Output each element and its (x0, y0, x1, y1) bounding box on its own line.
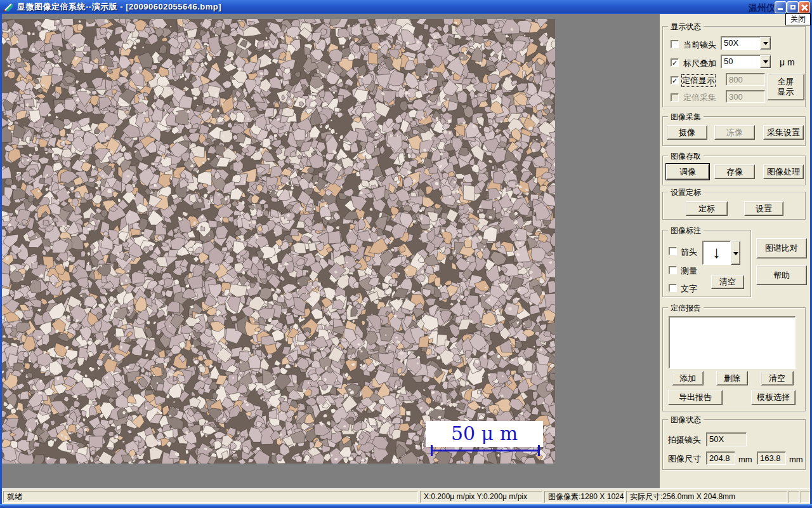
image-storage-title: 图像存取 (668, 151, 704, 162)
scale-display-checkbox[interactable]: ✓ (671, 76, 679, 84)
control-panel: 显示状态 当前镜头 50X ✓ 标尺叠加 50 μ m ✓ 定倍显示 800 定… (660, 14, 810, 488)
status-empty-panel (789, 491, 799, 503)
atlas-compare-button[interactable]: 图谱比对 (756, 238, 807, 258)
status-ready: 就绪 (3, 491, 418, 503)
current-lens-checkbox[interactable] (671, 40, 679, 48)
ruler-overlay-checkbox[interactable]: ✓ (671, 58, 679, 67)
window-title: 显微图像定倍系统--演示版 - [20090602055646.bmp] (17, 1, 221, 13)
current-lens-label: 当前镜头 (683, 39, 716, 51)
calibrate-button[interactable]: 定标 (686, 201, 728, 216)
image-height-value: 163.8 (757, 451, 786, 465)
microscopy-image[interactable] (2, 19, 555, 464)
help-button[interactable]: 帮助 (756, 265, 807, 285)
restore-icon (790, 5, 796, 10)
template-select-button[interactable]: 模板选择 (751, 390, 796, 405)
ruler-value: 50 (721, 55, 760, 68)
app-brush-icon (3, 2, 13, 12)
ruler-value-combo[interactable]: 50 (721, 55, 771, 69)
report-clear-button[interactable]: 清空 (761, 371, 794, 385)
status-pixels: 图像像素:1280 X 1024 (544, 491, 625, 503)
close-button[interactable] (798, 1, 810, 13)
report-listbox[interactable] (669, 316, 796, 369)
image-status-group: 图像状态 拍摄镜头 50X 图像尺寸 204.8 mm 163.8 mm (662, 419, 806, 470)
load-image-button[interactable]: 调像 (666, 164, 709, 180)
save-image-button[interactable]: 存像 (714, 164, 755, 179)
fullscreen-label-line1: 全屏 (778, 77, 794, 87)
current-lens-combo[interactable]: 50X (721, 36, 771, 50)
image-size-label: 图像尺寸 (668, 453, 701, 465)
report-title: 定倍报告 (668, 303, 704, 314)
setup-button[interactable]: 设置 (744, 201, 783, 216)
image-height-unit: mm (789, 455, 803, 464)
calibration-group: 设置定标 定标 设置 (662, 192, 806, 220)
annotation-clear-button[interactable]: 清空 (711, 275, 744, 289)
annotation-title: 图像标注 (668, 225, 704, 236)
dropdown-arrow-icon (763, 60, 768, 64)
report-group: 定倍报告 添加 删除 清空 导出报告 模板选择 (662, 307, 806, 411)
scale-capture-label: 定倍采集 (683, 92, 716, 104)
title-bar: 显微图像定倍系统--演示版 - [20090602055646.bmp] (0, 0, 812, 14)
shoot-lens-value: 50X (706, 432, 747, 446)
display-status-title: 显示状态 (668, 22, 704, 32)
scale-display-value: 800 (726, 73, 765, 86)
arrow-style-combo[interactable]: ↓ (702, 241, 731, 265)
arrow-style-dropdown-button[interactable] (731, 241, 740, 265)
image-capture-title: 图像采集 (668, 112, 704, 123)
window-bottom-border (0, 504, 812, 508)
status-resolution: X:0.200μ m/pix Y:0.200μ m/pix (420, 491, 542, 503)
ruler-overlay-label: 标尺叠加 (683, 58, 716, 69)
calibration-title: 设置定标 (668, 187, 704, 198)
measure-label: 测量 (681, 265, 697, 277)
measure-checkbox[interactable] (669, 266, 677, 274)
image-storage-group: 图像存取 调像 存像 图像处理 (662, 156, 806, 185)
arrow-label: 箭头 (681, 246, 697, 258)
status-bar: 就绪 X:0.200μ m/pix Y:0.200μ m/pix 图像像素:12… (2, 488, 810, 504)
scale-display-label: 定倍显示 (682, 75, 715, 86)
scale-capture-value: 300 (726, 90, 765, 103)
ruler-dropdown-button[interactable] (760, 55, 771, 68)
arrow-checkbox[interactable] (669, 247, 677, 255)
fullscreen-label-line2: 显示 (778, 87, 794, 97)
restore-button[interactable] (787, 1, 799, 13)
image-width-value: 204.8 (706, 451, 735, 465)
dropdown-arrow-icon (733, 252, 738, 255)
close-tooltip: 关闭 (785, 13, 811, 25)
status-actual-size: 实际尺寸:256.0mm X 204.8mm (626, 491, 787, 503)
report-add-button[interactable]: 添加 (672, 371, 704, 385)
down-arrow-icon: ↓ (703, 241, 730, 263)
display-status-group: 显示状态 当前镜头 50X ✓ 标尺叠加 50 μ m ✓ 定倍显示 800 定… (662, 26, 806, 107)
camera-button[interactable]: 摄像 (667, 125, 707, 140)
fullscreen-button[interactable]: 全屏 显示 (767, 74, 804, 100)
scale-bar-line (431, 450, 540, 451)
dropdown-arrow-icon (763, 42, 768, 45)
scale-bar-left-tick (431, 445, 433, 456)
capture-settings-button[interactable]: 采集设置 (763, 125, 804, 140)
export-report-button[interactable]: 导出报告 (668, 390, 723, 405)
text-checkbox[interactable] (669, 284, 677, 292)
shoot-lens-label: 拍摄镜头 (668, 434, 701, 446)
minimize-icon (778, 8, 783, 10)
image-process-button[interactable]: 图像处理 (763, 164, 804, 179)
status-empty-panel (801, 491, 810, 503)
image-width-unit: mm (738, 455, 752, 464)
image-capture-group: 图像采集 摄像 冻像 采集设置 (662, 116, 806, 146)
image-workspace (2, 14, 660, 488)
report-delete-button[interactable]: 删除 (716, 371, 748, 385)
minimize-button[interactable] (775, 1, 787, 13)
image-status-title: 图像状态 (668, 415, 704, 425)
ruler-unit-label: μ m (780, 57, 795, 67)
scale-bar-label: 50 μ m (426, 421, 543, 447)
annotation-group: 图像标注 箭头 测量 文字 ↓ 清空 (662, 230, 751, 297)
current-lens-value: 50X (721, 37, 760, 50)
current-lens-dropdown-button[interactable] (760, 37, 771, 50)
text-label: 文字 (681, 283, 697, 295)
scale-bar-right-tick (538, 445, 540, 456)
freeze-button: 冻像 (714, 125, 755, 140)
scale-capture-checkbox (671, 93, 679, 102)
